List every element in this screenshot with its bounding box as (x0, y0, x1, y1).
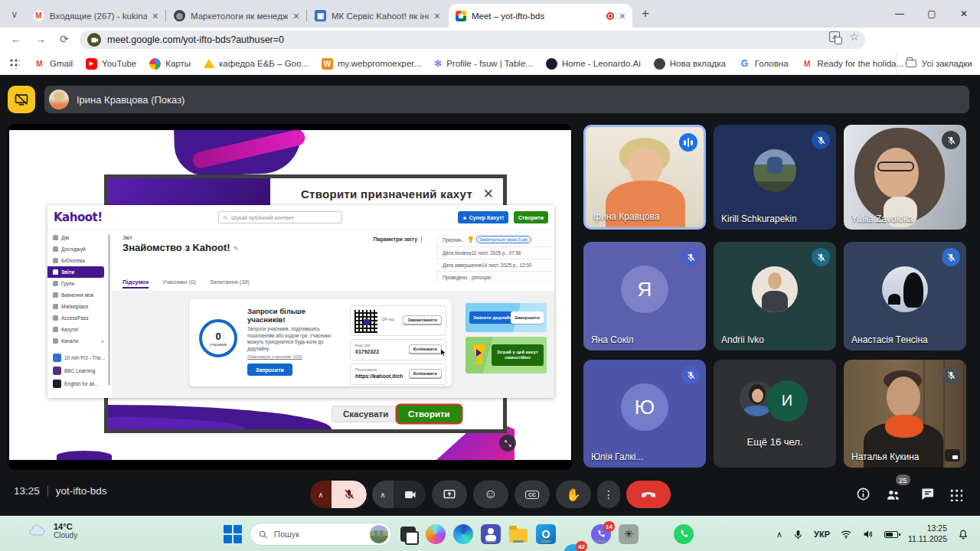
language-indicator[interactable]: УКР (814, 530, 830, 539)
tab-close-icon[interactable]: × (293, 11, 299, 21)
tab-close-icon[interactable]: × (619, 11, 626, 21)
site-favicon-icon: ◎ (174, 10, 185, 21)
shared-screen-slide: Створити призначений кахут ✕ Скасувати С… (9, 130, 571, 460)
whatsapp-icon[interactable] (674, 524, 694, 544)
tile-yuliia-zavoloka[interactable]: Yuliia Zavoloka (844, 125, 966, 230)
teams-icon[interactable] (481, 524, 501, 544)
bookmark-holidays[interactable]: MReady for the holida... (802, 58, 904, 70)
browser-tab-marketers[interactable]: ◎ Маркетологи як менеджери × (167, 4, 306, 28)
bookmark-maps[interactable]: Карты (149, 58, 191, 70)
search-placeholder: Пошук (274, 530, 364, 539)
browser-tab-meet-active[interactable]: Meet – yot-ifto-bds × (449, 4, 632, 28)
bookmark-newtab[interactable]: Нова вкладка (654, 58, 726, 70)
reactions-button[interactable]: ☺ (473, 481, 508, 508)
window-maximize-button[interactable]: ▢ (916, 0, 948, 28)
bookmark-star-icon[interactable]: ☆ (849, 31, 859, 43)
tab-separator (306, 9, 307, 21)
file-explorer-icon[interactable] (508, 524, 528, 544)
volume-icon[interactable] (862, 528, 874, 540)
browser-tab-kahoot-course[interactable]: ▣ МК Сервіс Kahoot! як інструме × (308, 4, 447, 28)
tray-chevron-icon[interactable]: ∧ (776, 530, 782, 540)
mic-mute-button[interactable] (332, 481, 367, 508)
edge-icon[interactable] (453, 524, 473, 544)
chat-icon[interactable] (920, 487, 935, 504)
tab-list-chevron-icon[interactable]: ∨ (6, 6, 23, 23)
link-value: https://kahoot.it/chall... (355, 373, 403, 379)
tab-separator (165, 9, 166, 21)
presenter-pill[interactable]: Ірина Кравцова (Показ) (44, 86, 969, 113)
back-icon[interactable]: ← (11, 33, 21, 45)
omnibox[interactable]: meet.google.com/yot-ifto-bds?authuser=0 (80, 31, 865, 49)
present-button[interactable] (432, 481, 467, 508)
battery-icon[interactable] (884, 531, 898, 538)
omnibox-actions: A ☆ (829, 31, 859, 43)
copilot-icon[interactable] (426, 524, 446, 544)
tile-yuliia-halki[interactable]: Ю Юлія Галкі... (583, 360, 706, 468)
bookmark-home[interactable]: GГоловна (739, 58, 789, 70)
start-button[interactable] (224, 525, 242, 543)
weather-widget[interactable]: 14°C Cloudy (26, 521, 77, 540)
outlook-icon[interactable]: O (536, 524, 556, 544)
bookmark-youtube[interactable]: ▶YouTube (86, 58, 136, 70)
tile-kirill-schkurapekin[interactable]: Kirill Schkurapekin (714, 125, 836, 230)
captions-button[interactable]: CC (514, 481, 550, 508)
presentation-warning-button[interactable] (8, 86, 35, 113)
more-options-button[interactable]: ⋮ (597, 481, 620, 508)
task-view-icon[interactable] (398, 524, 418, 544)
avatar-cat (888, 294, 900, 305)
end-call-button[interactable] (626, 481, 671, 508)
viber-icon[interactable]: 14 (591, 524, 611, 544)
divider (47, 486, 48, 497)
tile-andrii-ivko[interactable]: Andrii Ivko (714, 242, 836, 350)
sidebar-item-channels: Канали∧ (47, 335, 109, 347)
mic-options-chevron[interactable]: ∧ (310, 481, 332, 508)
meeting-details-icon[interactable] (856, 487, 871, 504)
invite-heading: Запроси більше учасників! (247, 308, 343, 324)
tile-irina-kravtsova[interactable]: Ірина Кравцова (583, 125, 706, 230)
reload-icon[interactable]: ⟳ (60, 33, 69, 45)
mic-control: ∧ (310, 481, 367, 508)
forward-icon[interactable]: → (35, 33, 46, 45)
notifications-bell-icon[interactable] (957, 528, 969, 540)
browser-tab-gmail[interactable]: M Входящие (267) - kukinanatala × (26, 4, 165, 28)
channel-icon (53, 380, 61, 388)
expand-presentation-button[interactable] (499, 435, 516, 452)
tile-natalia-kukina[interactable]: Наталья Кукина (844, 360, 966, 468)
bookmark-leonardo[interactable]: Home - Leonardo.Ai (546, 58, 641, 70)
camera-button[interactable] (394, 481, 426, 508)
weather-temp: 14°C (54, 522, 77, 531)
activities-icon[interactable] (949, 488, 962, 501)
bookmark-drive[interactable]: кафедра Е&Б – Goo... (204, 59, 309, 68)
camera-in-use-icon[interactable] (87, 33, 101, 47)
bookmark-tableau[interactable]: ✻Profile - fsuw | Table... (434, 58, 533, 69)
window-minimize-button[interactable]: — (884, 0, 916, 28)
window-close-button[interactable]: ✕ (948, 0, 980, 28)
new-tab-button[interactable]: + (642, 6, 649, 21)
tray-mic-icon[interactable] (792, 529, 804, 540)
telegram-icon[interactable]: 42 (564, 544, 583, 551)
apps-grid-icon[interactable] (9, 58, 20, 69)
participant-name: Andrii Ivko (721, 334, 764, 345)
invite-max-note: (Максимум учасників: 100) (247, 354, 302, 359)
chatgpt-icon[interactable]: ✳ (619, 524, 639, 544)
taskbar-search[interactable]: Пошук (250, 523, 392, 546)
tab-close-icon[interactable]: × (434, 11, 440, 21)
taskbar-clock[interactable]: 13:25 11.11.2025 (908, 523, 947, 544)
shared-screen-stage[interactable]: Створити призначений кахут ✕ Скасувати С… (8, 124, 573, 470)
tile-yana-sokil[interactable]: Я Яна Сокіл (583, 242, 706, 350)
raise-hand-button[interactable]: ✋ (556, 481, 591, 508)
tile-more-people[interactable]: И Ещё 16 чел. (714, 360, 836, 468)
bookmark-webpromo[interactable]: Wmy.webpromoexper... (322, 58, 421, 70)
wifi-icon[interactable] (840, 528, 852, 540)
viber-badge: 14 (603, 521, 615, 532)
all-bookmarks-button[interactable]: Усі закладки (896, 52, 972, 75)
google-g-icon: G (739, 58, 750, 70)
tile-anastasiia-tensina[interactable]: Анастасія Тенсіна (844, 242, 966, 350)
person-body (606, 181, 685, 230)
tab-close-icon[interactable]: × (152, 11, 158, 21)
camera-options-chevron[interactable]: ∧ (372, 481, 394, 508)
translate-icon[interactable]: A (829, 31, 840, 42)
participants-icon[interactable] (885, 487, 901, 506)
bookmark-gmail[interactable]: MGmail (34, 58, 73, 70)
collapse-chevron-icon: ∧ (101, 338, 104, 344)
